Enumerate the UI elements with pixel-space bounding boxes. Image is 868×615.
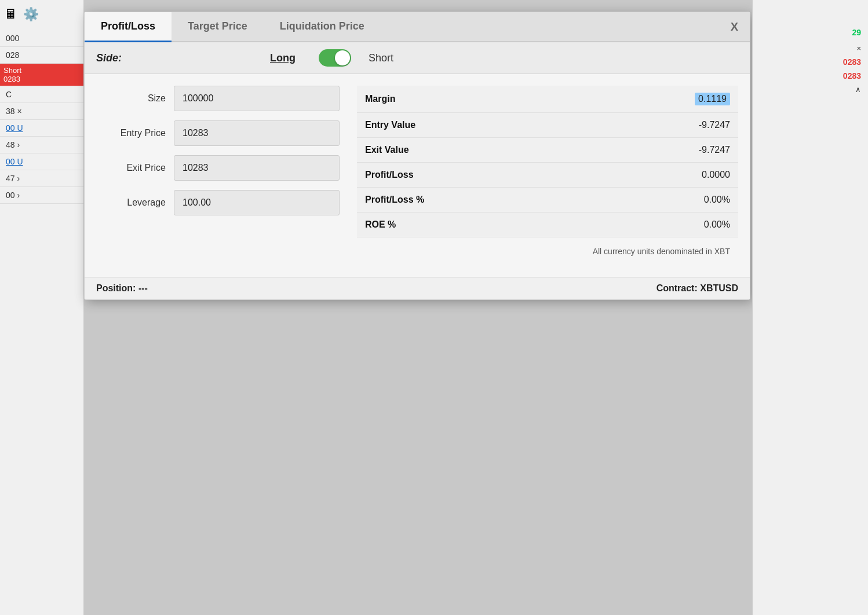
size-label: Size	[96, 93, 166, 104]
exit-value-label: Exit Value	[365, 145, 409, 155]
sidebar-value-2: 028	[0, 47, 83, 64]
roe-pct-value: 0.00%	[704, 219, 730, 230]
right-value-2: 0283	[836, 55, 868, 69]
exit-price-row: Exit Price	[96, 155, 340, 181]
contract-display: Contract: XBTUSD	[657, 283, 738, 294]
profit-loss-pct-row: Profit/Loss % 0.00%	[357, 188, 738, 213]
sidebar-values: 000 028 Short0283 C 38 × 00 U 48 › 00 U …	[0, 30, 83, 204]
roe-pct-row: ROE % 0.00%	[357, 213, 738, 237]
exit-price-input[interactable]	[174, 155, 340, 181]
entry-price-input[interactable]	[174, 120, 340, 146]
sidebar-value-9: 00 ›	[0, 187, 83, 204]
gear-icon[interactable]: ⚙️	[23, 7, 39, 22]
leverage-row: Leverage	[96, 190, 340, 215]
tab-bar: Profit/Loss Target Price Liquidation Pri…	[85, 12, 750, 42]
entry-price-row: Entry Price	[96, 120, 340, 146]
right-value-1: 29	[845, 23, 868, 42]
profit-loss-value: 0.0000	[702, 170, 730, 180]
margin-value: 0.1119	[695, 93, 730, 105]
side-short-label: Short	[369, 52, 393, 64]
right-value-3: 0283	[836, 69, 868, 83]
contract-label: Contract:	[657, 283, 698, 293]
right-panel: 29 × 0283 0283 ∧	[752, 0, 868, 615]
sidebar-value-5: 00 U	[0, 120, 83, 137]
inputs-column: Size Entry Price Exit Price Leverage	[96, 86, 340, 265]
leverage-input[interactable]	[174, 190, 340, 215]
margin-row: Margin 0.1119	[357, 86, 738, 113]
sidebar-value-1: 000	[0, 30, 83, 47]
side-row: Side: Long Short	[85, 42, 750, 74]
size-input[interactable]	[174, 86, 340, 111]
side-label: Side:	[96, 52, 166, 64]
contract-value: XBTUSD	[700, 283, 738, 293]
sidebar-value-3: C	[0, 86, 83, 103]
profit-loss-pct-label: Profit/Loss %	[365, 195, 424, 205]
right-x-label: ×	[849, 42, 868, 55]
entry-price-label: Entry Price	[96, 128, 166, 138]
position-value: ---	[138, 283, 148, 293]
entry-value-label: Entry Value	[365, 120, 415, 130]
size-row: Size	[96, 86, 340, 111]
sidebar-value-6: 48 ›	[0, 137, 83, 153]
tab-profit-loss[interactable]: Profit/Loss	[85, 12, 172, 42]
profit-loss-pct-value: 0.00%	[704, 195, 730, 205]
toggle-knob	[335, 50, 350, 65]
roe-pct-label: ROE %	[365, 219, 396, 230]
sidebar-icons: 🖩 ⚙️	[0, 5, 43, 24]
results-column: Margin 0.1119 Entry Value -9.7247 Exit V…	[357, 86, 738, 265]
side-toggle[interactable]	[319, 49, 351, 67]
calculator-dialog: Profit/Loss Target Price Liquidation Pri…	[84, 12, 750, 300]
content-area: Size Entry Price Exit Price Leverage Mar…	[85, 74, 750, 277]
exit-value-value: -9.7247	[699, 145, 730, 155]
left-sidebar: 🖩 ⚙️ 000 028 Short0283 C 38 × 00 U 48 › …	[0, 0, 84, 615]
entry-value-value: -9.7247	[699, 120, 730, 130]
calculator-icon[interactable]: 🖩	[5, 7, 17, 22]
close-button[interactable]: X	[719, 12, 750, 41]
exit-price-label: Exit Price	[96, 163, 166, 173]
tab-liquidation-price[interactable]: Liquidation Price	[264, 12, 381, 42]
profit-loss-label: Profit/Loss	[365, 170, 414, 180]
currency-note: All currency units denominated in XBT	[357, 237, 738, 265]
leverage-label: Leverage	[96, 197, 166, 208]
sidebar-value-short: Short0283	[0, 64, 83, 86]
exit-value-row: Exit Value -9.7247	[357, 138, 738, 163]
footer: Position: --- Contract: XBTUSD	[85, 277, 750, 299]
margin-label: Margin	[365, 94, 395, 104]
sidebar-value-4: 38 ×	[0, 103, 83, 120]
profit-loss-row: Profit/Loss 0.0000	[357, 163, 738, 188]
sidebar-value-7: 00 U	[0, 153, 83, 170]
side-long-label[interactable]: Long	[270, 52, 296, 64]
tab-target-price[interactable]: Target Price	[172, 12, 264, 42]
entry-value-row: Entry Value -9.7247	[357, 113, 738, 138]
position-display: Position: ---	[96, 283, 148, 294]
right-arrow-up: ∧	[848, 83, 868, 96]
position-label: Position:	[96, 283, 136, 293]
sidebar-value-8: 47 ›	[0, 170, 83, 187]
